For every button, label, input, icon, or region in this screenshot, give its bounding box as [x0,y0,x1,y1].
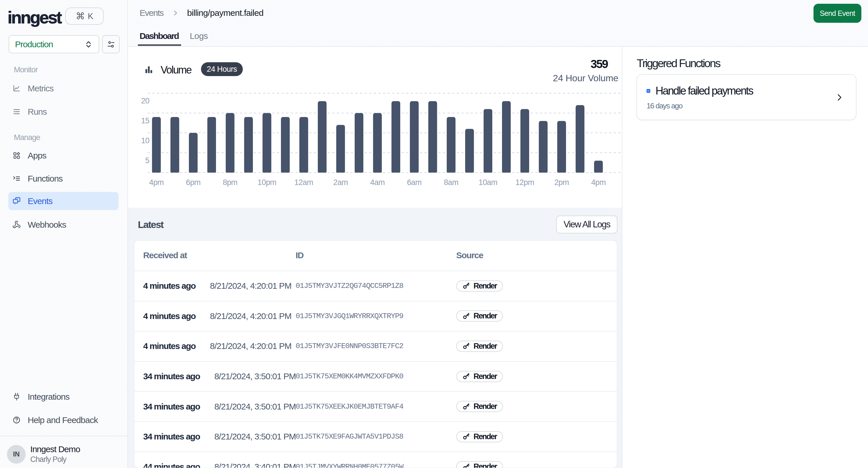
svg-text:2am: 2am [333,178,348,187]
svg-text:8am: 8am [444,178,459,187]
svg-text:10pm: 10pm [257,178,276,187]
svg-text:10: 10 [141,136,149,145]
svg-text:4am: 4am [370,178,385,187]
svg-text:15: 15 [141,116,149,125]
svg-text:2pm: 2pm [554,178,569,187]
svg-text:4pm: 4pm [149,178,164,187]
svg-text:6am: 6am [407,178,422,187]
svg-text:4pm: 4pm [591,178,606,187]
svg-text:6pm: 6pm [186,178,201,187]
svg-text:12pm: 12pm [515,178,534,187]
svg-text:10am: 10am [478,178,497,187]
svg-text:8pm: 8pm [223,178,238,187]
svg-text:5: 5 [145,156,149,165]
svg-text:12am: 12am [294,178,313,187]
svg-text:20: 20 [141,97,149,105]
